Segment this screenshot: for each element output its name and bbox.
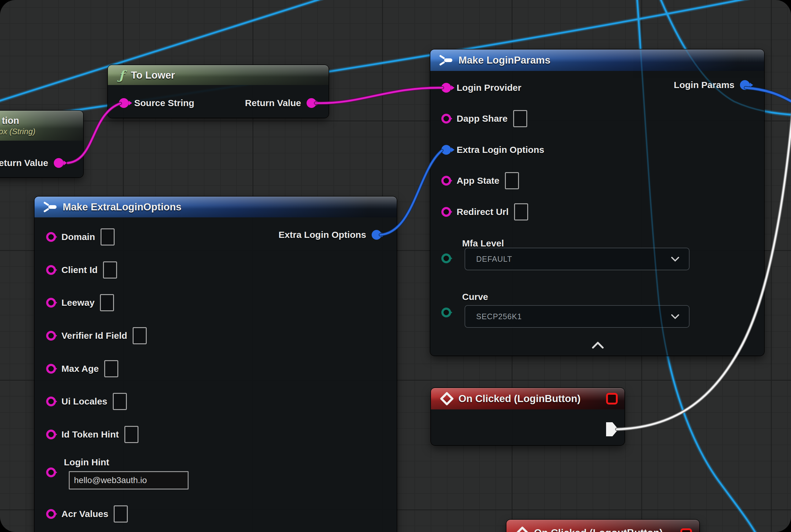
- delegate-box-icon: [680, 528, 692, 532]
- input-pin-max-age[interactable]: [46, 364, 56, 374]
- node-title: On Clicked (LogoutButton): [534, 527, 663, 532]
- input-pin-extra-login-options[interactable]: [441, 145, 451, 155]
- pin-label-verifier-id-field: Verifier Id Field: [61, 330, 127, 341]
- pin-label-login-hint: Login Hint: [64, 457, 109, 468]
- login-hint-input[interactable]: [69, 471, 189, 490]
- event-diamond-icon: [440, 392, 454, 405]
- checkbox-id-token-hint[interactable]: [124, 426, 138, 443]
- checkbox-acr-values[interactable]: [114, 506, 128, 522]
- output-pin-extra-login-options[interactable]: [372, 230, 382, 240]
- checkbox-max-age[interactable]: [104, 360, 118, 377]
- pin-label-ui-locales: Ui Locales: [61, 396, 107, 407]
- curve-value: SECP256K1: [476, 312, 522, 321]
- pin-label-curve: Curve: [462, 292, 488, 302]
- pin-label-app-state: App State: [457, 175, 499, 186]
- delegate-box-icon: [606, 393, 618, 404]
- pin-label-return-value: eturn Value: [0, 158, 48, 168]
- output-pin-login-params[interactable]: [740, 80, 750, 90]
- pin-label-client-id: Client Id: [61, 265, 97, 275]
- chevron-down-icon: [671, 257, 679, 262]
- event-diamond-icon: [516, 527, 529, 532]
- input-pin-app-state[interactable]: [441, 176, 451, 186]
- input-pin-leeway[interactable]: [46, 298, 56, 308]
- node-to-lower[interactable]: ƒ To Lower Source String Return Value: [108, 65, 329, 118]
- input-pin-login-hint[interactable]: [46, 468, 56, 477]
- checkbox-app-state[interactable]: [505, 172, 519, 189]
- input-pin-id-token-hint[interactable]: [46, 430, 56, 439]
- input-pin-domain[interactable]: [46, 232, 56, 242]
- input-pin-verifier-id-field[interactable]: [46, 331, 56, 341]
- pin-label-mfa-level: Mfa Level: [462, 238, 504, 249]
- checkbox-ui-locales[interactable]: [113, 393, 127, 410]
- input-pin-mfa-level[interactable]: [441, 253, 451, 263]
- input-pin-client-id[interactable]: [46, 265, 56, 275]
- make-struct-icon: [42, 201, 57, 213]
- node-make-login-params[interactable]: Make LoginParams Login Params Login Prov…: [430, 50, 764, 356]
- output-pin-return-value[interactable]: [54, 158, 63, 168]
- input-pin-acr-values[interactable]: [46, 509, 56, 519]
- checkbox-domain[interactable]: [100, 228, 115, 246]
- wire-magenta-tolower-to-loginprovider: [315, 88, 443, 103]
- pin-label-extra-login-options: Extra Login Options: [457, 145, 544, 155]
- mfa-level-value: DEFAULT: [476, 255, 512, 264]
- node-title: On Clicked (LoginButton): [459, 393, 581, 404]
- node-on-clicked-login-button[interactable]: On Clicked (LoginButton): [431, 388, 624, 445]
- node-title: To Lower: [131, 70, 175, 81]
- pin-label-domain: Domain: [61, 232, 95, 242]
- input-pin-login-provider[interactable]: [441, 83, 451, 93]
- mfa-level-dropdown[interactable]: DEFAULT: [465, 248, 690, 270]
- node-on-clicked-logout-button[interactable]: On Clicked (LogoutButton): [506, 520, 699, 532]
- input-pin-redirect-url[interactable]: [441, 207, 451, 217]
- pin-label-acr-values: Acr Values: [61, 509, 108, 519]
- input-pin-dapp-share[interactable]: [441, 114, 451, 124]
- function-icon: ƒ: [119, 69, 124, 81]
- input-pin-source-string[interactable]: [119, 98, 129, 108]
- checkbox-leeway[interactable]: [100, 294, 114, 311]
- checkbox-dapp-share[interactable]: [513, 110, 527, 127]
- node-title: Make ExtraLoginOptions: [63, 201, 181, 213]
- input-pin-curve[interactable]: [441, 308, 451, 317]
- exec-output-pin[interactable]: [606, 422, 618, 436]
- pin-label-dapp-share: Dapp Share: [457, 113, 508, 124]
- node-subtitle: ox (String): [0, 127, 36, 136]
- node-text-block[interactable]: tion ox (String) eturn Value: [0, 111, 83, 177]
- checkbox-redirect-url[interactable]: [514, 203, 528, 221]
- pin-label-leeway: Leeway: [61, 298, 94, 308]
- pin-label-login-params: Login Params: [674, 80, 734, 90]
- node-title: tion: [2, 115, 19, 126]
- collapse-chevron-icon[interactable]: [592, 342, 604, 349]
- blueprint-canvas[interactable]: tion ox (String) eturn Value ƒ To Lower …: [0, 0, 791, 532]
- output-pin-return-value[interactable]: [307, 98, 316, 108]
- input-pin-ui-locales[interactable]: [46, 397, 56, 406]
- pin-label-redirect-url: Redirect Url: [457, 207, 508, 217]
- node-title: Make LoginParams: [459, 54, 551, 66]
- pin-label-login-provider: Login Provider: [457, 82, 521, 93]
- pin-label-source-string: Source String: [134, 98, 194, 108]
- pin-label-extra-login-options: Extra Login Options: [278, 230, 366, 240]
- curve-dropdown[interactable]: SECP256K1: [465, 305, 690, 328]
- chevron-down-icon: [671, 314, 679, 319]
- checkbox-verifier-id-field[interactable]: [133, 327, 147, 344]
- pin-label-return-value: Return Value: [245, 98, 301, 108]
- pin-label-id-token-hint: Id Token Hint: [61, 429, 119, 440]
- make-struct-icon: [438, 54, 453, 66]
- node-make-extra-login-options[interactable]: Make ExtraLoginOptions Extra Login Optio…: [35, 196, 397, 532]
- checkbox-client-id[interactable]: [103, 261, 117, 279]
- pin-label-max-age: Max Age: [61, 363, 99, 374]
